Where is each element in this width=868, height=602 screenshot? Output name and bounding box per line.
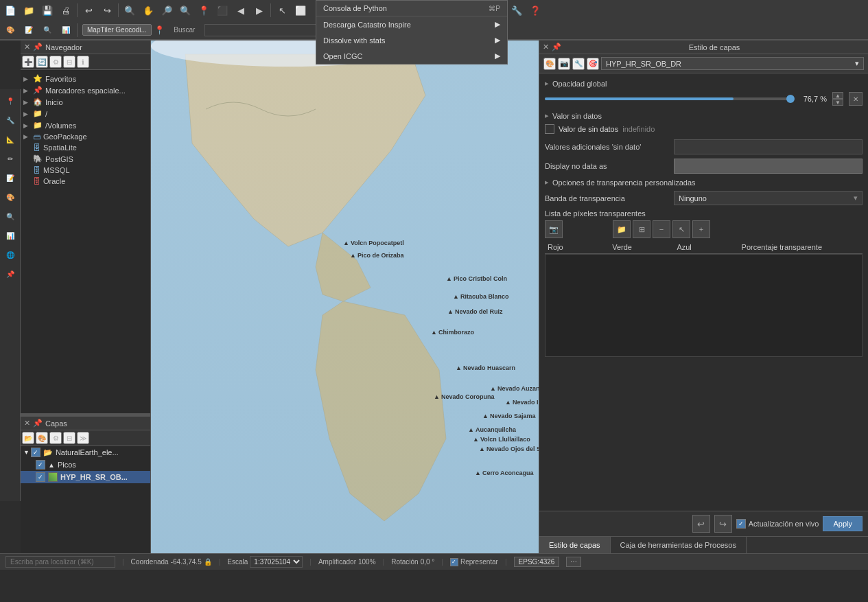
- nav-info-btn[interactable]: ℹ: [77, 56, 89, 68]
- layer-hyp-checkbox[interactable]: ✓: [36, 472, 45, 482]
- redo-main-btn[interactable]: ↪: [98, 1, 116, 19]
- side-btn-1[interactable]: 📍: [1, 92, 19, 110]
- style-panel-btn[interactable]: 🎨: [1, 21, 19, 39]
- menu-python-console[interactable]: Consola de Python ⌘P: [316, 1, 507, 16]
- layer-name-selector[interactable]: HYP_HR_SR_OB_DR ▾: [601, 57, 864, 70]
- nav-item-geopackage[interactable]: ▶ 🗃 GeoPackage: [21, 131, 150, 142]
- opacity-up-btn[interactable]: ▲: [832, 92, 843, 99]
- style-undo-btn[interactable]: ↩: [692, 515, 710, 533]
- layers-style-btn[interactable]: 🎨: [36, 432, 48, 444]
- band-dropdown[interactable]: Ninguno ▾: [674, 191, 863, 205]
- opacity-down-btn[interactable]: ▼: [832, 99, 843, 106]
- zoom-layer-btn[interactable]: 📍: [195, 1, 213, 19]
- layer-stats-btn[interactable]: 📊: [57, 21, 75, 39]
- menu-icgc[interactable]: Open ICGC ▶: [316, 48, 507, 64]
- layer-picos[interactable]: ✓ ▲ Picos: [21, 459, 150, 471]
- navigator-pin-btn[interactable]: 📌: [33, 43, 43, 51]
- nav-item-favoritos[interactable]: ▶ ⭐ Favoritos: [21, 73, 150, 84]
- side-btn-6[interactable]: 🎨: [1, 188, 19, 206]
- pixel-btn-remove[interactable]: −: [653, 220, 670, 238]
- layers-pin-btn[interactable]: 📌: [33, 419, 43, 428]
- nav-item-root[interactable]: ▶ 📁 /: [21, 108, 150, 119]
- layer-filter-btn[interactable]: 🔍: [38, 21, 56, 39]
- plugins-btn[interactable]: 🔧: [508, 1, 526, 19]
- nav-collapse-btn[interactable]: ⊟: [63, 56, 75, 68]
- style-icon-btn-1[interactable]: 🎨: [543, 58, 556, 70]
- style-close-btn[interactable]: ✕: [543, 43, 549, 51]
- nav-add-btn[interactable]: ➕: [22, 56, 34, 68]
- select-btn[interactable]: ↖: [273, 1, 291, 19]
- pixel-btn-add-folder[interactable]: 📁: [613, 220, 631, 238]
- style-icon-btn-2[interactable]: 📷: [558, 58, 570, 70]
- nav-item-mssql[interactable]: 🗄 MSSQL: [21, 165, 150, 176]
- layers-open-btn[interactable]: 📂: [22, 432, 34, 444]
- layer-naturalearth-group[interactable]: ▼ ✓ 📂 NaturalEarth_ele...: [21, 446, 150, 459]
- pixel-btn-add[interactable]: +: [692, 220, 710, 238]
- additional-values-input[interactable]: [674, 139, 863, 154]
- style-redo-btn[interactable]: ↪: [714, 515, 732, 533]
- nav-item-volumes[interactable]: ▶ 📁 /Volumes: [21, 119, 150, 131]
- zoom-full-btn[interactable]: 🔍: [121, 1, 139, 19]
- layers-close-btn[interactable]: ✕: [24, 419, 30, 428]
- render-checkbox[interactable]: ✓: [450, 558, 458, 566]
- opacity-slider-thumb[interactable]: [786, 95, 795, 103]
- zoom-in-btn[interactable]: 🔎: [158, 1, 176, 19]
- apply-button[interactable]: Apply: [823, 516, 863, 531]
- save-btn[interactable]: 💾: [38, 1, 56, 19]
- layers-collapse-btn[interactable]: ⊟: [63, 432, 75, 444]
- zoom-prev-btn[interactable]: ◀: [232, 1, 250, 19]
- help-btn[interactable]: ❓: [526, 1, 544, 19]
- nav-item-spatialite[interactable]: 🗄 SpatiaLite: [21, 142, 150, 153]
- geocoder-search-btn[interactable]: Buscar: [167, 21, 202, 39]
- zoom-next-btn[interactable]: ▶: [250, 1, 268, 19]
- status-more-btn[interactable]: ⋯: [566, 557, 581, 567]
- side-btn-7[interactable]: 🔍: [1, 207, 19, 225]
- nav-filter-btn[interactable]: ⚙: [49, 56, 62, 68]
- side-btn-9[interactable]: 🌐: [1, 246, 19, 264]
- layers-more-btn[interactable]: ≫: [77, 432, 89, 444]
- nav-refresh-btn[interactable]: 🔄: [36, 56, 48, 68]
- opacity-slider-track[interactable]: [545, 97, 790, 100]
- layer-group-checkbox[interactable]: ✓: [31, 448, 40, 457]
- layer-picos-checkbox[interactable]: ✓: [36, 460, 45, 470]
- map-area[interactable]: Volcn Popocatpetl Pico de Orizaba Pico C…: [151, 40, 539, 553]
- print-btn[interactable]: 🖨: [57, 1, 75, 19]
- epsg-btn[interactable]: EPSG:4326: [514, 557, 560, 567]
- side-btn-4[interactable]: ✏: [1, 150, 19, 167]
- side-btn-2[interactable]: 🔧: [1, 111, 19, 129]
- tab-estilo-capas[interactable]: Estilo de capas: [539, 537, 611, 553]
- layers-filter-btn[interactable]: ⚙: [49, 432, 62, 444]
- display-nodata-color[interactable]: [674, 159, 863, 174]
- side-btn-8[interactable]: 📊: [1, 227, 19, 244]
- navigator-close-btn[interactable]: ✕: [24, 43, 30, 51]
- scale-select[interactable]: 1:37025104: [250, 556, 303, 568]
- pan-btn[interactable]: ✋: [139, 1, 157, 19]
- pixel-btn-cursor[interactable]: ↖: [672, 220, 690, 238]
- zoom-out-btn[interactable]: 🔍: [176, 1, 194, 19]
- select-rect-btn[interactable]: ⬜: [292, 1, 309, 19]
- status-search-input[interactable]: [5, 556, 115, 568]
- menu-dissolve[interactable]: Dissolve with stats ▶: [316, 32, 507, 48]
- pixel-btn-1[interactable]: 📷: [545, 220, 563, 238]
- zoom-select-btn[interactable]: ⬛: [213, 1, 231, 19]
- style-icon-btn-3[interactable]: 🔧: [572, 58, 585, 70]
- undo-main-btn[interactable]: ↩: [80, 1, 97, 19]
- open-project-btn[interactable]: 📁: [20, 1, 38, 19]
- layer-notes-btn[interactable]: 📝: [20, 21, 38, 39]
- pixel-btn-table[interactable]: ⊞: [633, 220, 650, 238]
- layer-hyp[interactable]: ✓ HYP_HR_SR_OB...: [21, 471, 150, 483]
- nav-item-postgis[interactable]: 🐘 PostGIS: [21, 153, 150, 165]
- new-project-btn[interactable]: 📄: [1, 1, 19, 19]
- opacity-reset-btn[interactable]: ✕: [849, 92, 863, 106]
- nav-item-oracle[interactable]: 🗄 Oracle: [21, 176, 150, 187]
- style-icon-btn-4[interactable]: 🎯: [587, 58, 599, 70]
- menu-catastro[interactable]: Descarga Catastro Inspire ▶: [316, 16, 507, 32]
- nav-item-inicio[interactable]: ▶ 🏠 Inicio: [21, 96, 150, 108]
- style-pin-btn[interactable]: 📌: [552, 43, 561, 51]
- side-btn-3[interactable]: 📐: [1, 130, 19, 148]
- tab-caja-herramientas[interactable]: Caja de herramientas de Procesos: [611, 537, 747, 553]
- side-btn-10[interactable]: 📌: [1, 265, 19, 283]
- live-update-checkbox[interactable]: ✓: [736, 519, 746, 529]
- nodata-checkbox[interactable]: [545, 124, 554, 134]
- side-btn-5[interactable]: 📝: [1, 169, 19, 187]
